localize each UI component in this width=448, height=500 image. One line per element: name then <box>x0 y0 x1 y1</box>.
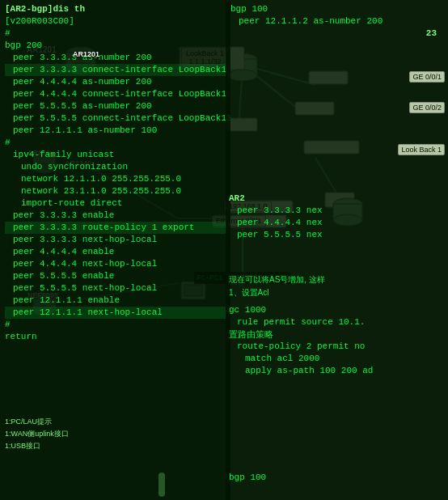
code-line-2: # <box>5 28 226 40</box>
ar2-peer2: peer 4.4.4.4 nex <box>229 217 323 229</box>
pc-lau-label: 1:PC/LAU提示 <box>5 417 52 427</box>
code-line-19: peer 3.3.3.3 next-hop-local <box>5 234 226 246</box>
bottom-bgp-line: bgp 100 <box>229 472 266 484</box>
code-line-20: peer 4.4.4.4 enable <box>5 246 226 258</box>
right-terminal-panel: bgp 100 peer 12.1.1.2 as-number 200 23 G… <box>226 0 448 500</box>
code-line-25: peer 12.1.1.1 next-hop-local <box>5 307 226 319</box>
usb-label: 1:USB接口 <box>5 441 40 451</box>
code-line-27: return <box>5 331 226 343</box>
code-line-4: peer 3.3.3.3 as-number 200 <box>5 52 226 64</box>
code-line-8: peer 5.5.5.5 as-number 200 <box>5 100 226 112</box>
code-line-9: peer 5.5.5.5 connect-interface LoopBack1… <box>5 112 226 125</box>
acl-rule: rule permit source 10.1. <box>229 316 373 328</box>
r-line-0: bgp 100 <box>230 3 443 15</box>
bottom-bgp: bgp 100 <box>229 472 266 484</box>
ar1201-label: AR1201 <box>73 50 99 58</box>
loopback-box: Look Back 1 <box>398 144 445 155</box>
ar2-peer1: peer 3.3.3.3 nex <box>229 205 323 217</box>
code-line-16: import-route direct <box>5 197 226 210</box>
wan-label: 1:WAN侧uplink接口 <box>5 429 69 439</box>
ge001-box: GE 0/0/1 <box>409 71 445 83</box>
code-line-13: undo synchronization <box>5 161 226 173</box>
code-line-17: peer 3.3.3.3 enable <box>5 210 226 222</box>
acl-gc: gc 1000 <box>229 304 373 316</box>
left-terminal-panel: [AR2-bgp]dis th [v200R003C00] # bgp 200 … <box>0 0 230 500</box>
ar2-peer3: peer 5.5.5.5 nex <box>229 229 323 241</box>
code-line-12: ipv4-family unicast <box>5 149 226 161</box>
acl-apply: apply as-path 100 200 ad <box>229 365 373 377</box>
code-line-23: peer 5.5.5.5 next-hop-local <box>5 282 226 294</box>
code-line-prompt: [AR2-bgp]dis th <box>5 3 226 15</box>
acl-note: 置路由策略 <box>229 328 373 341</box>
note-1: 现在可以将AS号增加, 这样 <box>229 273 325 286</box>
code-line-21: peer 4.4.4.4 next-hop-local <box>5 258 226 270</box>
code-line-24: peer 12.1.1.1 enable <box>5 294 226 307</box>
acl-section: gc 1000 rule permit source 10.1. 置路由策略 r… <box>229 304 373 377</box>
acl-match: match acl 2000 <box>229 353 373 365</box>
code-line-1: [v200R003C00] <box>5 15 226 28</box>
code-line-11: # <box>5 137 226 149</box>
scrollbar-thumb[interactable] <box>158 472 165 497</box>
code-line-15: network 23.1.1.0 255.255.255.0 <box>5 185 226 197</box>
ar2-section: AR2 peer 3.3.3.3 nex peer 4.4.4.4 nex pe… <box>229 193 323 241</box>
code-line-22: peer 5.5.5.5 enable <box>5 270 226 282</box>
ar2-title: AR2 <box>229 193 323 205</box>
ge002-box: GE 0/0/2 <box>409 102 445 113</box>
code-line-6: peer 4.4.4.4 as-number 200 <box>5 76 226 88</box>
note-2: 1、设置Acl <box>229 286 325 299</box>
notes-section: 现在可以将AS号增加, 这样 1、设置Acl <box>229 273 325 299</box>
code-line-10: peer 12.1.1.1 as-number 100 <box>5 125 226 137</box>
code-line-18: peer 3.3.3.3 route-policy 1 export <box>5 222 226 234</box>
r-line-2: 23 <box>230 28 443 40</box>
code-line-3: bgp 200 <box>5 40 226 52</box>
r-line-1: peer 12.1.1.2 as-number 200 <box>230 15 443 28</box>
code-line-26: # <box>5 319 226 331</box>
acl-route: route-policy 2 permit no <box>229 341 373 353</box>
code-line-14: network 12.1.1.0 255.255.255.0 <box>5 173 226 185</box>
code-line-5: peer 3.3.3.3 connect-interface LoopBack1 <box>5 64 226 76</box>
code-line-7: peer 4.4.4.4 connect-interface LoopBack1 <box>5 88 226 100</box>
